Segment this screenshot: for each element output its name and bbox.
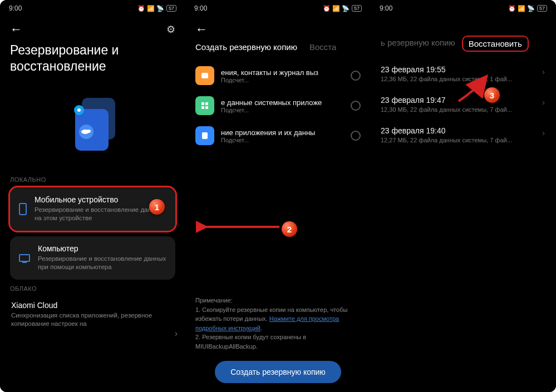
status-bar: 9:00 ⏰ 📶 📡 57 bbox=[371, 0, 556, 17]
svg-rect-9 bbox=[205, 102, 208, 105]
status-icons: ⏰ 📶 📡 57 bbox=[508, 5, 547, 12]
mobile-sub: Резервирование и восстановление данных н… bbox=[35, 206, 166, 223]
radio-icon[interactable] bbox=[351, 131, 361, 141]
status-time: 9:00 bbox=[9, 4, 22, 12]
screen-restore: 9:00 ⏰ 📶 📡 57 ь резервную копию Восстано… bbox=[371, 0, 556, 392]
data-icon bbox=[195, 126, 214, 145]
xiaomi-cloud-item[interactable]: Xiaomi Cloud Синхронизация списка прилож… bbox=[10, 296, 175, 333]
nav-bar: ← bbox=[185, 17, 371, 42]
svg-rect-7 bbox=[201, 73, 208, 78]
category-app-data[interactable]: ние приложения и их данныПодсчет... bbox=[195, 121, 361, 151]
svg-rect-11 bbox=[205, 106, 208, 109]
computer-title: Компьютер bbox=[38, 244, 166, 253]
category-contacts[interactable]: ения, контакты и журнал вызПодсчет... bbox=[195, 61, 361, 91]
radio-icon[interactable] bbox=[351, 71, 361, 81]
computer-card[interactable]: Компьютер Резервирование и восстановлени… bbox=[10, 236, 175, 280]
status-time: 9:00 bbox=[380, 4, 392, 12]
tab-restore[interactable]: Восста bbox=[309, 42, 336, 52]
chevron-right-icon: › bbox=[542, 67, 545, 76]
status-icons: ⏰ 📶 📡 57 bbox=[323, 5, 362, 12]
contacts-icon bbox=[195, 66, 214, 85]
note-text: Примечание: 1. Скопируйте резервные копи… bbox=[185, 292, 371, 354]
computer-icon bbox=[19, 254, 30, 262]
swipe-left-arrow bbox=[196, 219, 285, 235]
nav-bar: ← ⚙ bbox=[0, 17, 185, 42]
computer-sub: Резервирование и восстановление данных п… bbox=[38, 255, 166, 272]
chevron-right-icon: › bbox=[542, 128, 545, 137]
tab-restore[interactable]: Восстановить bbox=[462, 36, 529, 52]
svg-rect-8 bbox=[201, 102, 204, 105]
back-icon[interactable]: ← bbox=[10, 22, 22, 37]
category-system-apps[interactable]: е данные системных приложеПодсчет... bbox=[195, 91, 361, 121]
svg-rect-12 bbox=[202, 132, 208, 139]
annotation-badge-1: 1 bbox=[149, 199, 165, 215]
restore-arrow bbox=[453, 73, 498, 107]
status-icons: ⏰ 📶 📡 57 bbox=[137, 5, 176, 12]
svg-point-3 bbox=[77, 108, 81, 112]
tabs: ь резервную копию Восстановить bbox=[371, 38, 556, 58]
screen-create-backup: 9:00 ⏰ 📶 📡 57 ← Создать резервную копию … bbox=[185, 0, 371, 392]
nav-bar bbox=[371, 17, 556, 38]
page-title: Резервирование и восстановление bbox=[10, 42, 175, 75]
status-time: 9:00 bbox=[194, 4, 207, 12]
svg-point-6 bbox=[86, 130, 91, 133]
cloud-sub: Синхронизация списка приложений, резервн… bbox=[11, 311, 174, 329]
chevron-right-icon: › bbox=[175, 329, 178, 339]
status-bar: 9:00 ⏰ 📶 📡 57 bbox=[0, 0, 185, 17]
back-icon[interactable]: ← bbox=[195, 22, 208, 37]
backup-entry[interactable]: 23 февраля 19:40 12,27 МБ, 22 файла данн… bbox=[381, 120, 546, 150]
tab-create-backup[interactable]: ь резервную копию bbox=[381, 38, 455, 49]
tabs: Создать резервную копию Восста bbox=[185, 42, 371, 61]
cloud-title: Xiaomi Cloud bbox=[11, 301, 174, 310]
mobile-title: Мобильное устройство bbox=[35, 195, 166, 204]
section-cloud-label: ОБЛАКО bbox=[10, 285, 175, 292]
status-bar: 9:00 ⏰ 📶 📡 57 bbox=[185, 0, 371, 17]
phone-icon bbox=[19, 203, 27, 215]
settings-gear-icon[interactable]: ⚙ bbox=[166, 23, 175, 36]
svg-rect-10 bbox=[201, 106, 204, 109]
chevron-right-icon: › bbox=[542, 98, 545, 107]
radio-icon[interactable] bbox=[351, 101, 361, 111]
backup-graphic bbox=[10, 86, 175, 171]
create-backup-button[interactable]: Создать резервную копию bbox=[215, 361, 341, 383]
tab-create-backup[interactable]: Создать резервную копию bbox=[195, 42, 297, 52]
apps-icon bbox=[195, 96, 214, 115]
screen-backup-restore: 9:00 ⏰ 📶 📡 57 ← ⚙ Резервирование и восст… bbox=[0, 0, 185, 392]
section-local-label: ЛОКАЛЬНО bbox=[10, 176, 175, 183]
